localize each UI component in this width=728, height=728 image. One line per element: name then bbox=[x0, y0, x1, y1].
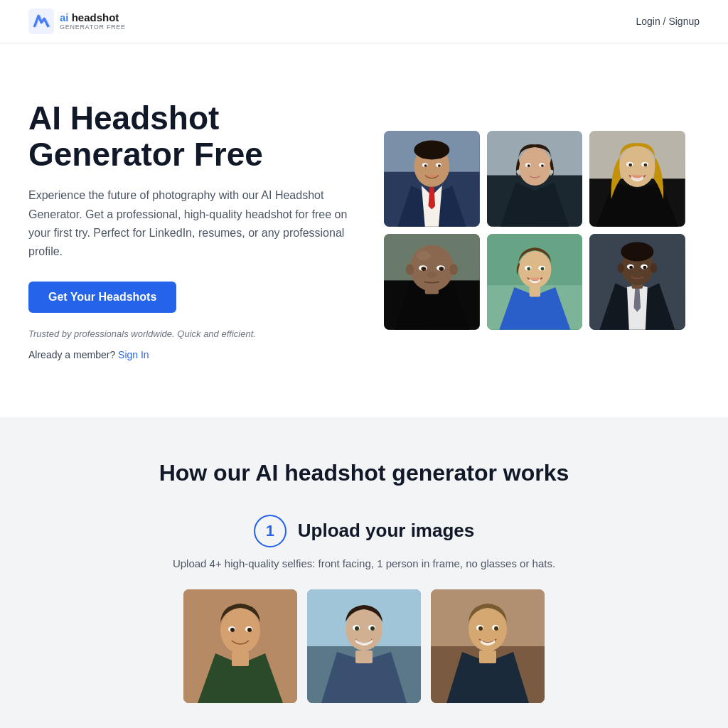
logo-subtitle: GENERATOR FREE bbox=[60, 23, 126, 31]
sample-photo-1 bbox=[183, 589, 297, 703]
headshot-6 bbox=[589, 234, 685, 330]
svg-rect-67 bbox=[355, 651, 373, 663]
headshot-4 bbox=[384, 234, 480, 330]
svg-point-28 bbox=[410, 245, 454, 291]
logo-name: ai headshot bbox=[60, 12, 126, 24]
svg-point-33 bbox=[439, 267, 444, 271]
svg-point-29 bbox=[417, 251, 430, 260]
logo-icon bbox=[28, 9, 54, 34]
how-it-works-section: How our AI headshot generator works 1 Up… bbox=[0, 417, 728, 728]
how-it-works-title: How our AI headshot generator works bbox=[28, 460, 700, 486]
step-1-header: 1 Upload your images bbox=[254, 515, 475, 547]
svg-point-72 bbox=[370, 626, 375, 631]
headshot-grid bbox=[384, 131, 685, 329]
step-1-number: 1 bbox=[254, 515, 287, 547]
sample-photo-3 bbox=[431, 589, 545, 703]
logo-text: ai headshot GENERATOR FREE bbox=[60, 12, 126, 31]
svg-point-13 bbox=[549, 170, 553, 174]
svg-point-12 bbox=[516, 170, 520, 174]
svg-point-8 bbox=[438, 164, 441, 167]
svg-point-16 bbox=[527, 164, 530, 167]
svg-point-32 bbox=[421, 267, 426, 271]
svg-point-54 bbox=[630, 266, 633, 269]
step-1-description: Upload 4+ high-quality selfies: front fa… bbox=[173, 557, 555, 569]
hero-content: AI Headshot Generator Free Experience th… bbox=[28, 100, 355, 360]
svg-point-51 bbox=[651, 263, 658, 272]
svg-point-80 bbox=[494, 626, 498, 631]
headshot-1 bbox=[384, 131, 480, 227]
svg-point-23 bbox=[629, 164, 633, 167]
svg-point-62 bbox=[230, 628, 235, 632]
svg-point-36 bbox=[449, 264, 458, 274]
signin-prompt: Already a member? Sign In bbox=[28, 349, 355, 360]
svg-rect-75 bbox=[479, 651, 496, 663]
svg-point-35 bbox=[406, 264, 414, 274]
svg-point-11 bbox=[518, 147, 551, 186]
svg-point-79 bbox=[478, 626, 483, 631]
svg-point-45 bbox=[540, 267, 544, 271]
nav-auth-link[interactable]: Login / Signup bbox=[636, 16, 700, 27]
svg-point-50 bbox=[618, 263, 625, 272]
sample-photo-2 bbox=[307, 589, 421, 703]
headshot-2 bbox=[487, 131, 583, 227]
headshot-3 bbox=[589, 131, 685, 227]
svg-point-59 bbox=[220, 608, 260, 653]
svg-point-71 bbox=[355, 626, 359, 631]
svg-point-55 bbox=[643, 266, 647, 269]
svg-point-4 bbox=[414, 141, 449, 160]
svg-point-34 bbox=[427, 272, 437, 279]
headshot-5 bbox=[487, 234, 583, 330]
svg-point-17 bbox=[541, 164, 544, 167]
svg-rect-58 bbox=[232, 652, 249, 666]
svg-point-7 bbox=[424, 164, 427, 167]
svg-point-24 bbox=[644, 164, 648, 167]
svg-point-63 bbox=[247, 628, 252, 632]
sample-photos bbox=[183, 589, 545, 703]
step-1-label: Upload your images bbox=[298, 520, 475, 542]
step-1: 1 Upload your images Upload 4+ high-qual… bbox=[28, 515, 700, 703]
svg-point-49 bbox=[621, 242, 654, 261]
svg-point-44 bbox=[527, 267, 530, 271]
hero-title: AI Headshot Generator Free bbox=[28, 100, 355, 172]
trust-text: Trusted by professionals worldwide. Quic… bbox=[28, 328, 355, 339]
hero-section: AI Headshot Generator Free Experience th… bbox=[0, 43, 728, 417]
hero-description: Experience the future of photography wit… bbox=[28, 186, 355, 262]
logo[interactable]: ai headshot GENERATOR FREE bbox=[28, 9, 126, 34]
get-headshots-button[interactable]: Get Your Headshots bbox=[28, 282, 176, 313]
signin-link[interactable]: Sign In bbox=[118, 349, 149, 360]
site-header: ai headshot GENERATOR FREE Login / Signu… bbox=[0, 0, 728, 43]
